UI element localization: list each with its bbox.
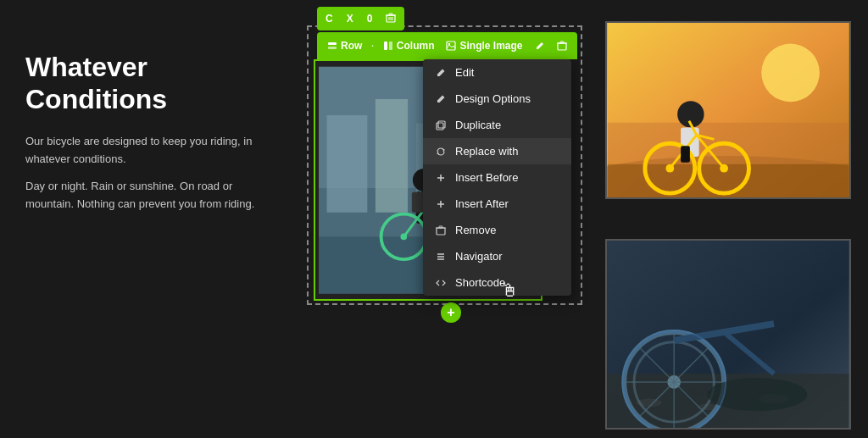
svg-rect-9 <box>389 42 392 50</box>
svg-rect-7 <box>328 47 337 49</box>
delete-button[interactable] <box>554 39 570 53</box>
menu-item-replace-with[interactable]: Replace with <box>423 138 571 164</box>
menu-item-shortcode[interactable]: Shortcode <box>423 269 571 296</box>
insert-after-icon <box>435 198 447 210</box>
main-title: Whatever Conditions <box>25 51 271 116</box>
design-icon <box>435 93 447 105</box>
shortcode-icon <box>435 277 447 289</box>
menu-item-navigator[interactable]: Navigator <box>423 243 571 269</box>
row-icon <box>327 41 337 51</box>
svg-rect-6 <box>328 42 337 45</box>
svg-rect-5 <box>389 14 392 15</box>
svg-rect-68 <box>437 123 443 130</box>
toolbar-c-button[interactable]: C <box>322 11 337 26</box>
bottom-right-image[interactable] <box>605 239 851 430</box>
description-1: Our bicycle are designed to keep you rid… <box>25 133 271 169</box>
pencil-icon <box>535 41 545 51</box>
insert-before-icon <box>435 172 447 184</box>
menu-item-duplicate[interactable]: Duplicate <box>423 112 571 138</box>
svg-rect-17 <box>327 115 368 213</box>
navigator-icon <box>435 251 447 263</box>
trash-icon-bar <box>557 41 567 51</box>
add-element-button[interactable]: + <box>441 302 461 323</box>
toolbar-x-button[interactable]: X <box>343 11 357 26</box>
menu-item-edit[interactable]: Edit <box>423 59 571 86</box>
svg-point-38 <box>761 44 820 103</box>
trash-icon <box>386 13 396 23</box>
menu-item-design-options[interactable]: Design Options <box>423 86 571 112</box>
remove-icon <box>435 225 447 236</box>
svg-rect-74 <box>437 228 445 235</box>
menu-item-remove[interactable]: Remove <box>423 217 571 243</box>
svg-rect-50 <box>681 146 690 163</box>
edit-icon <box>435 67 447 79</box>
top-right-bicycle-image <box>607 23 849 197</box>
menu-item-insert-after[interactable]: Insert After <box>423 191 571 217</box>
duplicate-icon <box>435 119 447 131</box>
svg-rect-14 <box>560 42 564 43</box>
replace-icon <box>435 146 447 158</box>
column-icon <box>383 41 393 51</box>
mini-toolbar[interactable]: C X 0 <box>317 7 404 30</box>
svg-rect-18 <box>376 99 408 213</box>
svg-point-66 <box>707 378 807 411</box>
left-text-section: Whatever Conditions Our bicycle are desi… <box>25 51 271 224</box>
single-image-icon <box>446 41 456 51</box>
svg-rect-76 <box>439 226 442 228</box>
svg-rect-8 <box>384 42 387 50</box>
toolbar-trash-button[interactable] <box>382 11 399 27</box>
column-item[interactable]: Column <box>380 38 438 53</box>
description-2: Day or night. Rain or sunshine. On road … <box>25 178 271 213</box>
top-right-image[interactable] <box>605 21 851 199</box>
menu-item-insert-before[interactable]: Insert Before <box>423 164 571 191</box>
element-bar[interactable]: Row · Column Single Image <box>317 32 577 59</box>
bar-separator-1: · <box>370 38 374 53</box>
row-item[interactable]: Row <box>324 38 365 53</box>
bottom-right-bicycle-image <box>607 241 849 428</box>
svg-rect-12 <box>558 43 566 50</box>
svg-rect-69 <box>438 121 445 128</box>
single-image-item[interactable]: Single Image <box>442 38 526 53</box>
toolbar-zero-button[interactable]: 0 <box>364 11 376 26</box>
edit-button[interactable] <box>531 39 548 53</box>
context-menu: Edit Design Options Duplicate Replace wi… <box>423 59 571 296</box>
